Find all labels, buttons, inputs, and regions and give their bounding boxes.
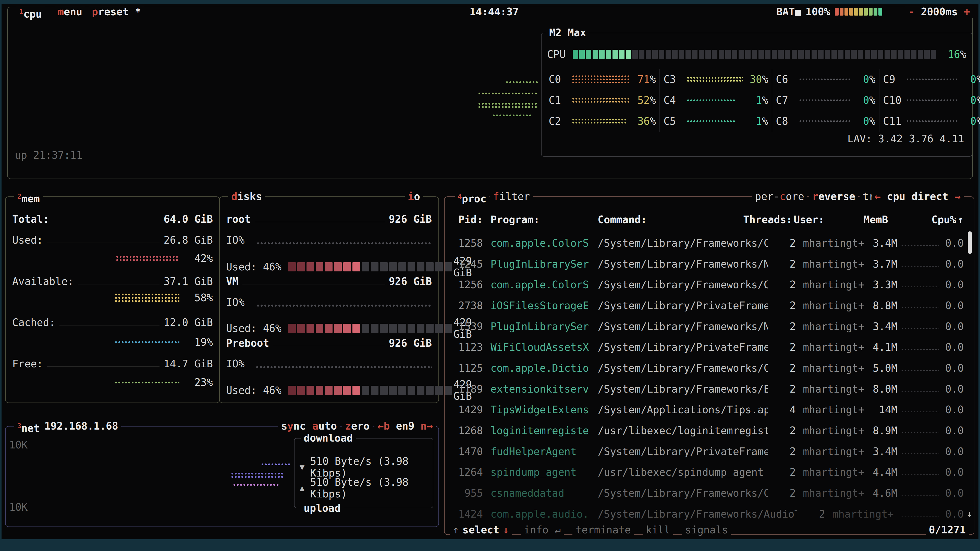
core-grid: C071% C330% C60% C90% C152% C41% C70% C1… bbox=[545, 69, 968, 132]
upload-label: upload bbox=[301, 502, 344, 515]
col-header-threads[interactable]: Threads: bbox=[743, 214, 787, 225]
reverse-button[interactable]: reverse bbox=[809, 190, 858, 203]
interval-value: 2000ms bbox=[921, 6, 958, 17]
proc-box-title: 4proc bbox=[455, 190, 490, 205]
core-cell: C70% bbox=[772, 90, 879, 111]
menu-button[interactable]: menu bbox=[55, 5, 85, 18]
col-header-user[interactable]: User: bbox=[794, 214, 843, 225]
disk-io-label: IO% bbox=[226, 297, 256, 308]
battery-percent: 100% bbox=[805, 5, 830, 18]
mem-free-graph bbox=[115, 381, 180, 384]
scroll-down-icon[interactable]: ↓ bbox=[967, 508, 972, 520]
mem-box-title[interactable]: 2mem bbox=[14, 190, 43, 205]
core-graph bbox=[687, 76, 743, 83]
filter-button[interactable]: filter bbox=[490, 190, 533, 203]
net-download-graph bbox=[231, 472, 283, 478]
table-row[interactable]: 1424com.apple.audio./System/Library/Fram… bbox=[452, 503, 964, 524]
desktop: up 21:37:11 M2 Max CPU 16% C071% C330% C… bbox=[0, 0, 980, 551]
proc-footer: ↑select↓ info ↵ terminate kill signals 0… bbox=[450, 523, 969, 537]
net-speed-box: download ▼510 Byte/s (3.98 Kibps) ▲510 B… bbox=[294, 438, 433, 508]
mem-available-value: 37.1 GiB bbox=[164, 275, 213, 287]
proc-box: 4proc filter per-core reverse tree ← cpu… bbox=[444, 197, 974, 535]
core-cell: C90% bbox=[879, 69, 980, 90]
disk-used-label: Used: bbox=[226, 384, 257, 396]
cpu-total-meter bbox=[573, 50, 938, 59]
col-header-mem[interactable]: MemB bbox=[843, 214, 888, 225]
select-control[interactable]: ↑select↓ bbox=[450, 523, 512, 537]
cpu-graph bbox=[492, 114, 533, 117]
disk-size: 926 GiB bbox=[389, 275, 432, 287]
download-label: download bbox=[301, 431, 356, 445]
core-graph bbox=[687, 99, 735, 102]
mem-box: 2mem Total:64.0 GiB Used:26.8 GiB 42% Av… bbox=[5, 197, 220, 403]
disk-used-meter bbox=[288, 324, 453, 333]
disks-box-title: disks bbox=[228, 190, 265, 203]
net-download-graph bbox=[261, 463, 291, 466]
battery-indicator: BAT■ 100% bbox=[773, 5, 886, 18]
core-cell: C41% bbox=[659, 90, 772, 111]
disk-used-label: Used: bbox=[226, 322, 257, 334]
interface-switcher[interactable]: ←b en9 n→ bbox=[374, 419, 436, 433]
table-row[interactable]: 1245PlugInLibrarySer/System/Library/Fram… bbox=[452, 254, 964, 275]
mem-total-label: Total: bbox=[12, 213, 49, 225]
disk-io-label: IO% bbox=[226, 358, 256, 370]
mem-used-label: Used: bbox=[12, 234, 43, 246]
core-graph bbox=[906, 99, 957, 102]
per-core-button[interactable]: per-core bbox=[752, 190, 807, 203]
table-row[interactable]: 1123WiFiCloudAssetsX/System/Library/Priv… bbox=[452, 337, 964, 358]
cpu-box-title[interactable]: 1cpu bbox=[16, 5, 45, 21]
mem-cached-label: Cached: bbox=[12, 317, 56, 328]
sort-arrow-icon: ↑ bbox=[958, 214, 964, 225]
cpu-total-pct: 16 bbox=[948, 48, 960, 60]
table-row[interactable]: 1539PlugInLibrarySer/System/Library/Fram… bbox=[452, 316, 964, 337]
mem-free-value: 14.7 GiB bbox=[164, 358, 213, 370]
table-row[interactable]: 1264spindump_agent/usr/libexec/spindump_… bbox=[452, 462, 964, 483]
disk-used-meter bbox=[288, 386, 453, 395]
sort-column-switcher[interactable]: ← cpu direct → bbox=[872, 190, 964, 203]
mem-used-value: 26.8 GiB bbox=[164, 234, 213, 246]
interval-decrease-button[interactable]: - bbox=[908, 6, 915, 17]
table-row[interactable]: 955csnameddatad/System/Library/Framework… bbox=[452, 483, 964, 503]
net-scale-bottom: 10K bbox=[9, 501, 27, 513]
signals-button[interactable]: signals bbox=[682, 523, 731, 537]
interval-increase-button[interactable]: + bbox=[964, 6, 970, 17]
cpu-graph bbox=[505, 81, 538, 84]
sync-button[interactable]: sync bbox=[278, 419, 309, 433]
preset-button[interactable]: preset * bbox=[89, 5, 144, 18]
core-cell: C80% bbox=[772, 111, 879, 132]
core-graph bbox=[687, 120, 735, 123]
update-interval: - 2000ms + bbox=[905, 5, 973, 18]
clock: 14:44:37 bbox=[466, 5, 522, 18]
disk-name: root bbox=[226, 213, 251, 225]
table-row[interactable]: 1258com.apple.ColorS/System/Library/Fram… bbox=[452, 233, 964, 254]
kill-button[interactable]: kill bbox=[643, 523, 673, 537]
auto-button[interactable]: auto bbox=[309, 419, 340, 433]
table-row[interactable]: 1256com.apple.ColorS/System/Library/Fram… bbox=[452, 274, 964, 295]
disk-used-label: Used: bbox=[226, 261, 257, 273]
table-row[interactable]: 1268loginitemregiste/usr/libexec/loginit… bbox=[452, 420, 964, 441]
zero-button[interactable]: zero bbox=[342, 419, 372, 433]
table-row[interactable]: 1470fudHelperAgent/System/Library/Privat… bbox=[452, 441, 964, 462]
download-arrow-icon: ▼ bbox=[300, 462, 304, 472]
io-toggle-button[interactable]: io bbox=[405, 190, 423, 203]
col-header-cpu[interactable]: Cpu% bbox=[932, 214, 955, 225]
uptime: up 21:37:11 bbox=[15, 149, 83, 161]
core-graph bbox=[799, 120, 850, 123]
selection-position: 0/1271 bbox=[926, 523, 969, 537]
terminate-button[interactable]: terminate bbox=[573, 523, 634, 537]
mem-free-label: Free: bbox=[12, 358, 43, 370]
col-header-program[interactable]: Program: bbox=[490, 214, 598, 225]
table-row[interactable]: 1125com.apple.Dictio/System/Library/Fram… bbox=[452, 358, 964, 379]
table-row[interactable]: 2738iOSFilesStorageE/System/Library/Priv… bbox=[452, 295, 964, 316]
info-button[interactable]: info ↵ bbox=[521, 523, 564, 537]
proc-scrollbar[interactable] bbox=[968, 231, 972, 254]
disk-name: Preboot bbox=[226, 337, 269, 349]
col-header-command[interactable]: Command: bbox=[598, 214, 743, 225]
mem-cached-value: 12.0 GiB bbox=[164, 317, 213, 328]
table-row[interactable]: 1189extensionkitserv/System/Library/Fram… bbox=[452, 379, 964, 400]
cpu-box: up 21:37:11 M2 Max CPU 16% C071% C330% C… bbox=[7, 6, 973, 179]
disks-box: disks io root926 GiB IO% Used: 46%429 Gi… bbox=[219, 197, 439, 403]
col-header-pid[interactable]: Pid: bbox=[452, 214, 483, 225]
table-row[interactable]: 1429TipsWidgetExtens/System/Applications… bbox=[452, 400, 964, 421]
battery-label: BAT■ bbox=[776, 5, 801, 18]
